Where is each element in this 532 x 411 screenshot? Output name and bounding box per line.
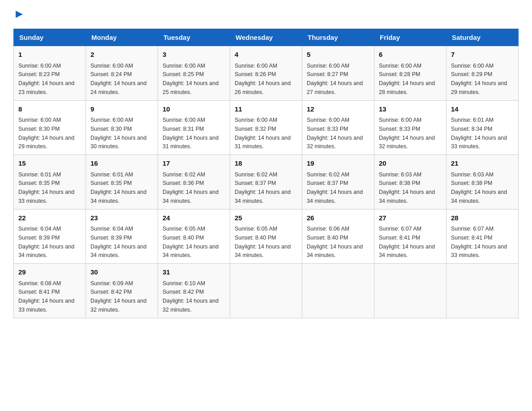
- calendar-week-row: 1 Sunrise: 6:00 AMSunset: 8:23 PMDayligh…: [14, 46, 519, 101]
- calendar-cell: [374, 264, 446, 318]
- calendar-cell: 22 Sunrise: 6:04 AMSunset: 8:39 PMDaylig…: [14, 209, 86, 264]
- day-info: Sunrise: 6:01 AMSunset: 8:35 PMDaylight:…: [90, 171, 146, 204]
- day-info: Sunrise: 6:09 AMSunset: 8:42 PMDaylight:…: [90, 280, 146, 313]
- day-info: Sunrise: 6:00 AMSunset: 8:32 PMDaylight:…: [235, 117, 291, 150]
- day-number: 13: [379, 104, 442, 115]
- calendar-cell: 29 Sunrise: 6:08 AMSunset: 8:41 PMDaylig…: [14, 264, 86, 318]
- calendar-cell: 23 Sunrise: 6:04 AMSunset: 8:39 PMDaylig…: [86, 209, 158, 264]
- day-number: 27: [379, 213, 442, 223]
- day-info: Sunrise: 6:10 AMSunset: 8:42 PMDaylight:…: [163, 280, 219, 313]
- calendar-cell: 28 Sunrise: 6:07 AMSunset: 8:41 PMDaylig…: [446, 209, 519, 264]
- calendar-cell: 1 Sunrise: 6:00 AMSunset: 8:23 PMDayligh…: [14, 46, 86, 101]
- day-info: Sunrise: 6:00 AMSunset: 8:30 PMDaylight:…: [90, 117, 146, 150]
- day-info: Sunrise: 6:05 AMSunset: 8:40 PMDaylight:…: [163, 226, 219, 258]
- day-info: Sunrise: 6:05 AMSunset: 8:40 PMDaylight:…: [235, 226, 291, 258]
- calendar-cell: 5 Sunrise: 6:00 AMSunset: 8:27 PMDayligh…: [302, 46, 374, 101]
- calendar-cell: 15 Sunrise: 6:01 AMSunset: 8:35 PMDaylig…: [14, 155, 86, 210]
- svg-marker-0: [16, 11, 23, 18]
- calendar-cell: 9 Sunrise: 6:00 AMSunset: 8:30 PMDayligh…: [86, 100, 158, 155]
- day-info: Sunrise: 6:01 AMSunset: 8:34 PMDaylight:…: [451, 117, 507, 150]
- day-info: Sunrise: 6:03 AMSunset: 8:38 PMDaylight:…: [379, 171, 435, 204]
- calendar-cell: 27 Sunrise: 6:07 AMSunset: 8:41 PMDaylig…: [374, 209, 446, 264]
- day-info: Sunrise: 6:03 AMSunset: 8:38 PMDaylight:…: [451, 171, 507, 204]
- calendar-cell: 3 Sunrise: 6:00 AMSunset: 8:25 PMDayligh…: [158, 46, 230, 101]
- day-number: 21: [451, 158, 514, 169]
- day-number: 7: [451, 50, 514, 60]
- calendar-cell: 26 Sunrise: 6:06 AMSunset: 8:40 PMDaylig…: [302, 209, 374, 264]
- day-number: 1: [18, 50, 81, 60]
- calendar-cell: [446, 264, 519, 318]
- day-number: 14: [451, 104, 514, 115]
- day-number: 3: [163, 50, 225, 60]
- calendar-cell: [230, 264, 302, 318]
- day-number: 19: [307, 158, 369, 169]
- day-number: 10: [163, 104, 225, 115]
- col-header-friday: Friday: [374, 29, 446, 46]
- day-number: 22: [18, 213, 81, 223]
- col-header-saturday: Saturday: [446, 29, 519, 46]
- day-number: 15: [18, 158, 81, 169]
- day-info: Sunrise: 6:00 AMSunset: 8:27 PMDaylight:…: [307, 63, 363, 95]
- calendar-cell: 10 Sunrise: 6:00 AMSunset: 8:31 PMDaylig…: [158, 100, 230, 155]
- day-info: Sunrise: 6:02 AMSunset: 8:36 PMDaylight:…: [163, 171, 219, 204]
- day-info: Sunrise: 6:04 AMSunset: 8:39 PMDaylight:…: [18, 226, 74, 258]
- calendar-cell: [302, 264, 374, 318]
- calendar-cell: 8 Sunrise: 6:00 AMSunset: 8:30 PMDayligh…: [14, 100, 86, 155]
- day-number: 6: [379, 50, 442, 60]
- calendar-cell: 4 Sunrise: 6:00 AMSunset: 8:26 PMDayligh…: [230, 46, 302, 101]
- day-info: Sunrise: 6:04 AMSunset: 8:39 PMDaylight:…: [90, 226, 146, 258]
- day-number: 30: [90, 267, 153, 278]
- calendar-cell: 2 Sunrise: 6:00 AMSunset: 8:24 PMDayligh…: [86, 46, 158, 101]
- day-number: 12: [307, 104, 369, 115]
- logo-arrow-icon: [15, 10, 24, 21]
- day-info: Sunrise: 6:02 AMSunset: 8:37 PMDaylight:…: [235, 171, 291, 204]
- day-number: 29: [18, 267, 81, 278]
- day-info: Sunrise: 6:00 AMSunset: 8:30 PMDaylight:…: [18, 117, 74, 150]
- day-info: Sunrise: 6:00 AMSunset: 8:25 PMDaylight:…: [163, 63, 219, 95]
- day-info: Sunrise: 6:01 AMSunset: 8:35 PMDaylight:…: [18, 171, 74, 204]
- calendar-cell: 13 Sunrise: 6:00 AMSunset: 8:33 PMDaylig…: [374, 100, 446, 155]
- calendar-week-row: 8 Sunrise: 6:00 AMSunset: 8:30 PMDayligh…: [14, 100, 519, 155]
- col-header-sunday: Sunday: [14, 29, 86, 46]
- calendar-cell: 14 Sunrise: 6:01 AMSunset: 8:34 PMDaylig…: [446, 100, 519, 155]
- day-number: 17: [163, 158, 225, 169]
- day-info: Sunrise: 6:08 AMSunset: 8:41 PMDaylight:…: [18, 280, 74, 313]
- calendar-cell: 31 Sunrise: 6:10 AMSunset: 8:42 PMDaylig…: [158, 264, 230, 318]
- day-number: 4: [235, 50, 297, 60]
- day-number: 18: [235, 158, 297, 169]
- day-number: 5: [307, 50, 369, 60]
- calendar-cell: 21 Sunrise: 6:03 AMSunset: 8:38 PMDaylig…: [446, 155, 519, 210]
- day-number: 11: [235, 104, 297, 115]
- day-number: 26: [307, 213, 369, 223]
- day-info: Sunrise: 6:00 AMSunset: 8:23 PMDaylight:…: [18, 63, 74, 95]
- day-number: 8: [18, 104, 81, 115]
- calendar-table: SundayMondayTuesdayWednesdayThursdayFrid…: [13, 29, 519, 318]
- day-info: Sunrise: 6:00 AMSunset: 8:33 PMDaylight:…: [307, 117, 363, 150]
- calendar-cell: 17 Sunrise: 6:02 AMSunset: 8:36 PMDaylig…: [158, 155, 230, 210]
- calendar-week-row: 22 Sunrise: 6:04 AMSunset: 8:39 PMDaylig…: [14, 209, 519, 264]
- col-header-monday: Monday: [86, 29, 158, 46]
- day-number: 16: [90, 158, 153, 169]
- day-info: Sunrise: 6:07 AMSunset: 8:41 PMDaylight:…: [451, 226, 507, 258]
- page-header: [13, 9, 519, 21]
- day-number: 28: [451, 213, 514, 223]
- day-number: 25: [235, 213, 297, 223]
- calendar-cell: 19 Sunrise: 6:02 AMSunset: 8:37 PMDaylig…: [302, 155, 374, 210]
- logo-container: [13, 9, 24, 21]
- logo: [13, 9, 24, 21]
- day-number: 9: [90, 104, 153, 115]
- day-info: Sunrise: 6:00 AMSunset: 8:29 PMDaylight:…: [451, 63, 507, 95]
- calendar-cell: 20 Sunrise: 6:03 AMSunset: 8:38 PMDaylig…: [374, 155, 446, 210]
- calendar-cell: 25 Sunrise: 6:05 AMSunset: 8:40 PMDaylig…: [230, 209, 302, 264]
- day-info: Sunrise: 6:00 AMSunset: 8:31 PMDaylight:…: [163, 117, 219, 150]
- calendar-week-row: 15 Sunrise: 6:01 AMSunset: 8:35 PMDaylig…: [14, 155, 519, 210]
- calendar-week-row: 29 Sunrise: 6:08 AMSunset: 8:41 PMDaylig…: [14, 264, 519, 318]
- day-number: 20: [379, 158, 442, 169]
- day-info: Sunrise: 6:06 AMSunset: 8:40 PMDaylight:…: [307, 226, 363, 258]
- day-number: 31: [163, 267, 225, 278]
- col-header-tuesday: Tuesday: [158, 29, 230, 46]
- calendar-cell: 7 Sunrise: 6:00 AMSunset: 8:29 PMDayligh…: [446, 46, 519, 101]
- day-number: 2: [90, 50, 153, 60]
- day-number: 24: [163, 213, 225, 223]
- day-info: Sunrise: 6:02 AMSunset: 8:37 PMDaylight:…: [307, 171, 363, 204]
